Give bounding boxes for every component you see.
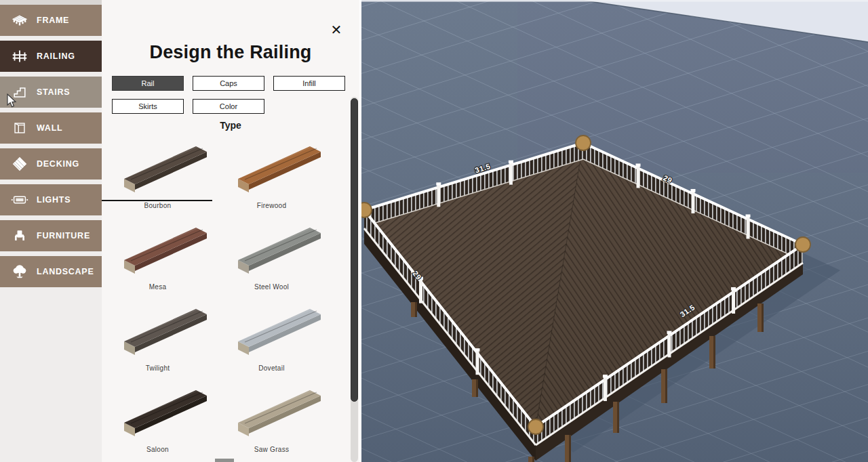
tab-rail[interactable]: Rail — [112, 76, 184, 91]
sidebar-item-decking[interactable]: DECKING — [0, 148, 102, 180]
sidebar-item-label: STAIRS — [37, 87, 70, 97]
swatch-option-saloon[interactable]: Saloon — [102, 378, 214, 459]
viewport-3d: 31.5292931.5 — [359, 0, 868, 462]
sidebar: FRAMERAILINGSTAIRSWALLDECKINGLIGHTSFURNI… — [0, 0, 102, 462]
stairs-icon — [7, 83, 33, 101]
swatch-board-image — [104, 297, 212, 360]
sidebar-item-lights[interactable]: LIGHTS — [0, 184, 102, 215]
tab-skirts[interactable]: Skirts — [112, 99, 184, 114]
panel-title: Design the Railing — [108, 42, 353, 63]
tab-caps[interactable]: Caps — [193, 76, 264, 91]
sidebar-item-label: FRAME — [37, 16, 69, 25]
railing-post — [668, 334, 671, 358]
railing-post — [732, 290, 735, 314]
corner-handle[interactable] — [795, 237, 810, 252]
railing-post — [692, 192, 695, 213]
scrollbar-thumb[interactable] — [351, 98, 358, 402]
swatch-option-dovetail[interactable]: Dovetail — [214, 297, 330, 378]
furniture-icon — [7, 227, 33, 245]
section-label-type: Type — [108, 120, 353, 131]
corner-handle[interactable] — [361, 203, 372, 217]
swatch-label: Bourbon — [144, 202, 172, 209]
swatch-option-firewood[interactable]: Firewood — [214, 134, 330, 215]
sidebar-item-label: RAILING — [37, 51, 75, 61]
swatch-board-image — [218, 215, 326, 279]
close-icon: ✕ — [331, 22, 342, 38]
swatch-label: Mesa — [149, 283, 167, 291]
sidebar-top-strip — [0, 0, 102, 5]
swatch-board-image — [104, 378, 212, 442]
corner-handle[interactable] — [576, 135, 591, 150]
railing-post — [419, 280, 422, 303]
landscape-icon — [7, 262, 33, 281]
sidebar-item-label: LANDSCAPE — [37, 267, 94, 276]
sidebar-item-railing[interactable]: RAILING — [0, 41, 102, 72]
wall-icon — [7, 119, 33, 137]
deck-3d-scene[interactable]: 31.5292931.5 — [361, 0, 868, 462]
swatch-board-image — [218, 297, 326, 360]
swatch-board-image — [218, 134, 326, 198]
sidebar-item-wall[interactable]: WALL — [0, 112, 102, 144]
swatch-label: Firewood — [257, 202, 287, 209]
frame-icon — [7, 11, 33, 30]
swatch-option-twilight[interactable]: Twilight — [102, 297, 214, 378]
sidebar-item-label: DECKING — [37, 159, 79, 169]
swatch-label: Dovetail — [258, 364, 285, 372]
railing-design-panel: ✕ Design the Railing RailCapsInfillSkirt… — [102, 0, 359, 462]
selected-swatch-indicator — [102, 200, 212, 201]
swatch-board-image — [218, 378, 326, 442]
corner-handle[interactable] — [528, 419, 543, 434]
railing-post — [475, 351, 479, 375]
sidebar-item-label: FURNITURE — [37, 231, 90, 240]
sidebar-item-furniture[interactable]: FURNITURE — [0, 220, 102, 251]
sidebar-item-landscape[interactable]: LANDSCAPE — [0, 256, 102, 287]
swatch-label: Saw Grass — [254, 446, 290, 453]
swatch-label: Twilight — [146, 364, 170, 372]
railing-post — [509, 163, 513, 185]
railing-icon — [7, 47, 33, 66]
close-button[interactable]: ✕ — [327, 20, 346, 39]
viewport-top-edge — [361, 0, 868, 2]
next-swatch-partial — [215, 459, 234, 462]
swatch-board-image — [104, 134, 212, 198]
railing-post — [604, 377, 607, 401]
swatch-option-steel-wool[interactable]: Steel Wool — [214, 215, 330, 297]
sidebar-item-stairs[interactable]: STAIRS — [0, 77, 102, 108]
railing-post — [437, 185, 440, 207]
sidebar-item-label: WALL — [37, 123, 62, 133]
railing-tabs: RailCapsInfillSkirtsColor — [112, 76, 346, 114]
decking-icon — [7, 154, 33, 173]
swatch-option-saw-grass[interactable]: Saw Grass — [214, 378, 330, 459]
railing-post — [747, 217, 750, 239]
tab-infill[interactable]: Infill — [273, 76, 345, 91]
swatch-label: Steel Wool — [254, 283, 289, 291]
tab-color[interactable]: Color — [193, 99, 264, 114]
swatch-board-image — [104, 215, 212, 279]
sidebar-item-frame[interactable]: FRAME — [0, 5, 102, 36]
lights-icon — [7, 190, 33, 209]
swatch-option-mesa[interactable]: Mesa — [102, 215, 214, 297]
sidebar-item-label: LIGHTS — [37, 195, 71, 205]
swatch-label: Saloon — [146, 446, 169, 453]
deck-designer-app: { "sidebar": { "items": [ {"label": "FRA… — [0, 0, 868, 462]
railing-post — [637, 167, 640, 188]
swatch-option-bourbon[interactable]: Bourbon — [102, 134, 214, 215]
rail-type-swatches: BourbonFirewoodMesaSteel WoolTwilightDov… — [102, 134, 330, 459]
